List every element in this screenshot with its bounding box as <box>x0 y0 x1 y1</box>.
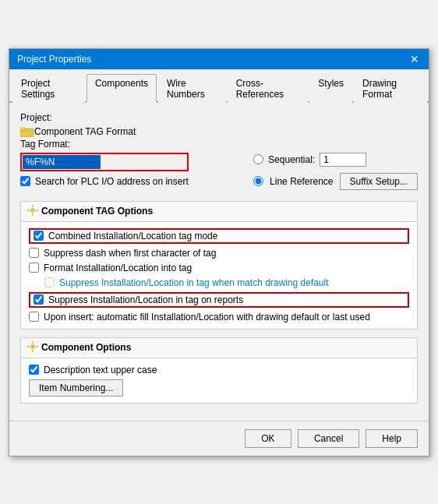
upon-insert-label: Upon insert: automatic fill Installation… <box>44 312 370 322</box>
tag-format-label: Tag Format: <box>20 139 418 150</box>
svg-rect-5 <box>32 213 34 216</box>
tab-bar: Project Settings Components Wire Numbers… <box>9 69 429 103</box>
gear-icon-tag <box>27 205 38 218</box>
close-button[interactable]: ✕ <box>408 54 421 65</box>
dialog-buttons: OK Cancel Help <box>9 421 429 456</box>
suppress-match-checkbox[interactable] <box>44 277 55 287</box>
description-uppercase-checkbox[interactable] <box>29 365 39 375</box>
component-tag-options-header: Component TAG Options <box>21 202 417 222</box>
tab-cross-references[interactable]: Cross-References <box>228 74 309 103</box>
format-install-label: Format Installation/Location into tag <box>44 263 192 273</box>
dialog-title: Project Properties <box>17 54 91 65</box>
component-tag-options-section: Component TAG Options Combined Installat… <box>20 201 418 330</box>
svg-rect-6 <box>27 210 30 211</box>
suppress-reports-row: Suppress Installation/Location in tag on… <box>29 292 409 308</box>
combined-install-label: Combined Installation/Location tag mode <box>48 231 217 241</box>
svg-rect-11 <box>27 346 30 347</box>
svg-rect-9 <box>32 341 34 344</box>
item-numbering-button[interactable]: Item Numbering... <box>29 379 123 397</box>
search-plc-row: Search for PLC I/O address on insert <box>20 176 189 187</box>
folder-icon <box>20 126 34 137</box>
sequential-radio[interactable] <box>253 154 263 164</box>
tab-styles[interactable]: Styles <box>309 74 352 103</box>
component-tag-options-content: Combined Installation/Location tag mode … <box>21 222 417 329</box>
svg-rect-4 <box>32 205 34 207</box>
radio-section: Sequential: Line Reference Suffix Setup.… <box>253 153 418 190</box>
search-plc-checkbox[interactable] <box>20 176 30 186</box>
tab-project-settings[interactable]: Project Settings <box>12 74 85 103</box>
sequential-label: Sequential: <box>268 154 315 165</box>
combined-install-checkbox[interactable] <box>34 231 44 241</box>
tab-wire-numbers[interactable]: Wire Numbers <box>158 74 226 103</box>
tag-input-wrapper <box>20 153 189 171</box>
suppress-dash-row: Suppress dash when first character of ta… <box>29 248 409 259</box>
line-reference-label: Line Reference <box>270 176 333 187</box>
tab-components[interactable]: Components <box>87 74 157 103</box>
project-row: Component TAG Format <box>20 126 418 137</box>
tag-format-section: Search for PLC I/O address on insert Seq… <box>20 153 418 195</box>
suppress-dash-label: Suppress dash when first character of ta… <box>44 248 216 259</box>
component-options-header: Component Options <box>21 338 417 358</box>
line-reference-row: Line Reference Suffix Setup... <box>253 173 418 190</box>
description-uppercase-label: Description text upper case <box>44 365 157 375</box>
item-numbering-button-wrapper: Item Numbering... <box>29 379 409 397</box>
tab-drawing-format[interactable]: Drawing Format <box>354 74 427 103</box>
upon-insert-row: Upon insert: automatic fill Installation… <box>29 312 409 322</box>
component-options-content: Description text upper case Item Numberi… <box>21 358 417 403</box>
line-reference-radio[interactable] <box>253 176 263 186</box>
upon-insert-checkbox[interactable] <box>29 312 39 322</box>
tab-content: Project: Component TAG Format Tag Format… <box>9 103 429 421</box>
gear-icon-comp <box>27 341 38 354</box>
help-button[interactable]: Help <box>366 429 418 448</box>
description-uppercase-row: Description text upper case <box>29 365 409 375</box>
svg-rect-2 <box>20 127 25 129</box>
ok-button[interactable]: OK <box>245 429 291 448</box>
title-bar: Project Properties ✕ <box>9 49 429 69</box>
format-install-checkbox[interactable] <box>29 263 39 273</box>
search-plc-label: Search for PLC I/O address on insert <box>35 176 189 187</box>
tag-format-left: Search for PLC I/O address on insert <box>20 153 189 195</box>
component-tag-options-title: Component TAG Options <box>41 206 153 217</box>
sequential-radio-row: Sequential: <box>253 153 366 167</box>
dialog-window: Project Properties ✕ Project Settings Co… <box>9 48 429 456</box>
cancel-button[interactable]: Cancel <box>298 429 359 448</box>
svg-point-8 <box>31 344 35 348</box>
tag-format-input[interactable] <box>23 155 101 169</box>
svg-rect-7 <box>36 210 38 211</box>
suppress-reports-checkbox[interactable] <box>34 294 44 305</box>
format-install-row: Format Installation/Location into tag <box>29 263 409 273</box>
project-name: Component TAG Format <box>34 126 136 137</box>
svg-rect-10 <box>32 350 34 352</box>
sequential-value-input[interactable] <box>320 153 366 167</box>
suffix-setup-button[interactable]: Suffix Setup... <box>340 173 419 190</box>
component-options-title: Component Options <box>41 342 131 353</box>
combined-install-row: Combined Installation/Location tag mode <box>29 228 409 244</box>
suppress-dash-checkbox[interactable] <box>29 248 39 258</box>
suppress-match-row: Suppress Installation/Location in tag wh… <box>29 277 409 288</box>
suppress-reports-label: Suppress Installation/Location in tag on… <box>48 294 243 305</box>
svg-point-3 <box>31 208 35 212</box>
component-options-section: Component Options Description text upper… <box>20 337 418 404</box>
svg-rect-12 <box>36 346 38 347</box>
project-label: Project: <box>20 112 418 123</box>
suppress-match-label: Suppress Installation/Location in tag wh… <box>59 277 329 288</box>
